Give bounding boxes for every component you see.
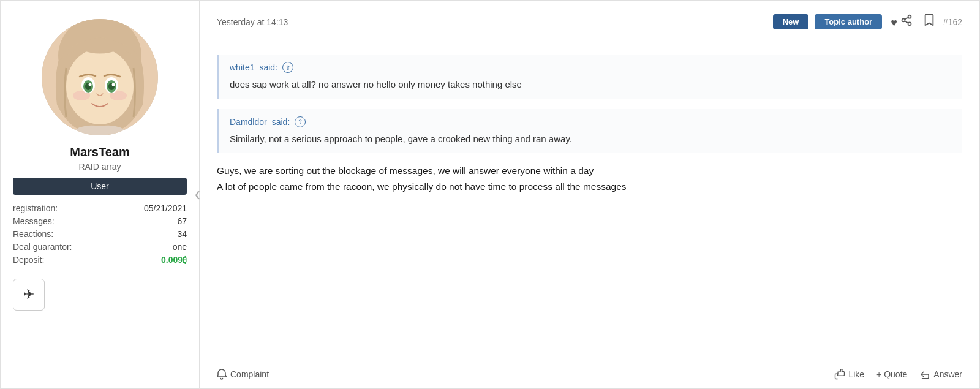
answer-button[interactable]: Answer bbox=[919, 369, 962, 380]
registration-value: 05/21/2021 bbox=[144, 203, 187, 213]
user-stats: registration: 05/21/2021 Messages: 67 Re… bbox=[13, 203, 187, 268]
main-text-line1: Guys, we are sorting out the blockage of… bbox=[217, 165, 594, 176]
messages-label: Messages: bbox=[13, 216, 55, 226]
quote-author-link-1[interactable]: white1 bbox=[230, 62, 254, 72]
post-header-actions: New Topic author ♥︎ #162 bbox=[773, 12, 962, 32]
collapse-arrow[interactable]: ❮ bbox=[191, 186, 203, 204]
stat-row-deal-guarantor: Deal guarantor: one bbox=[13, 242, 187, 252]
messages-value: 67 bbox=[177, 216, 187, 226]
main-post-text: Guys, we are sorting out the blockage of… bbox=[217, 163, 962, 194]
reactions-value: 34 bbox=[177, 229, 187, 239]
svg-line-16 bbox=[905, 21, 908, 23]
like-icon bbox=[834, 369, 845, 380]
stat-row-reactions: Reactions: 34 bbox=[13, 229, 187, 239]
svg-point-12 bbox=[112, 83, 115, 86]
post-footer: Complaint Like + Quote Answer bbox=[200, 360, 979, 388]
stat-row-registration: registration: 05/21/2021 bbox=[13, 203, 187, 213]
post-header: Yesterday at 14:13 New Topic author ♥︎ #… bbox=[200, 1, 979, 42]
share-icon[interactable]: ♥︎ bbox=[888, 12, 915, 32]
bookmark-icon[interactable] bbox=[921, 12, 937, 32]
quote-text-2: Similarly, not a serious approach to peo… bbox=[230, 132, 951, 146]
like-label: Like bbox=[848, 369, 864, 379]
sidebar: MarsTeam RAID array User registration: 0… bbox=[1, 1, 200, 388]
quote-author-1: white1 said: ⇧ bbox=[230, 62, 951, 73]
bell-icon bbox=[217, 369, 227, 380]
quote-author-2: Damdldor said: ⇧ bbox=[230, 116, 951, 127]
quote-up-icon-1[interactable]: ⇧ bbox=[282, 62, 293, 73]
badge-topic-author: Topic author bbox=[815, 14, 882, 29]
telegram-button[interactable]: ✈ bbox=[13, 279, 45, 311]
quote-block-2: Damdldor said: ⇧ Similarly, not a seriou… bbox=[217, 109, 962, 154]
quote-said-2: said: bbox=[272, 117, 290, 127]
quote-said-1: said: bbox=[259, 62, 277, 72]
complaint-button[interactable]: Complaint bbox=[217, 369, 269, 380]
post-container: MarsTeam RAID array User registration: 0… bbox=[0, 0, 980, 389]
username: MarsTeam bbox=[70, 145, 129, 159]
svg-line-17 bbox=[905, 17, 908, 19]
answer-label: Answer bbox=[933, 369, 962, 379]
svg-point-11 bbox=[89, 83, 92, 86]
complaint-label: Complaint bbox=[230, 369, 269, 379]
stat-row-messages: Messages: 67 bbox=[13, 216, 187, 226]
footer-right-actions: Like + Quote Answer bbox=[834, 369, 962, 380]
avatar bbox=[42, 19, 158, 135]
like-button[interactable]: Like bbox=[834, 369, 864, 380]
quote-text-1: does sap work at all? no answer no hello… bbox=[230, 78, 951, 92]
badge-new: New bbox=[773, 14, 809, 29]
reactions-label: Reactions: bbox=[13, 229, 53, 239]
quote-up-icon-2[interactable]: ⇧ bbox=[295, 116, 306, 127]
registration-label: registration: bbox=[13, 203, 58, 213]
post-timestamp: Yesterday at 14:13 bbox=[217, 17, 288, 27]
quote-button[interactable]: + Quote bbox=[876, 369, 907, 379]
deposit-value: 0.009₿ bbox=[161, 255, 187, 265]
post-number: #162 bbox=[943, 17, 962, 27]
quote-author-link-2[interactable]: Damdldor bbox=[230, 117, 267, 127]
main-text-line2: A lot of people came from the racoon, we… bbox=[217, 181, 627, 192]
deal-guarantor-label: Deal guarantor: bbox=[13, 242, 72, 252]
stat-row-deposit: Deposit: 0.009₿ bbox=[13, 255, 187, 265]
deal-guarantor-value: one bbox=[173, 242, 187, 252]
quote-block-1: white1 said: ⇧ does sap work at all? no … bbox=[217, 55, 962, 99]
quote-label: + Quote bbox=[876, 369, 907, 379]
svg-point-2 bbox=[66, 48, 134, 124]
telegram-icon: ✈ bbox=[23, 287, 34, 303]
role-badge: User bbox=[13, 178, 187, 195]
answer-icon bbox=[919, 369, 930, 380]
post-body: white1 said: ⇧ does sap work at all? no … bbox=[200, 42, 979, 360]
main-content: ❮ Yesterday at 14:13 New Topic author ♥︎… bbox=[200, 1, 979, 388]
user-subtitle: RAID array bbox=[78, 162, 121, 172]
deposit-label: Deposit: bbox=[13, 255, 44, 265]
